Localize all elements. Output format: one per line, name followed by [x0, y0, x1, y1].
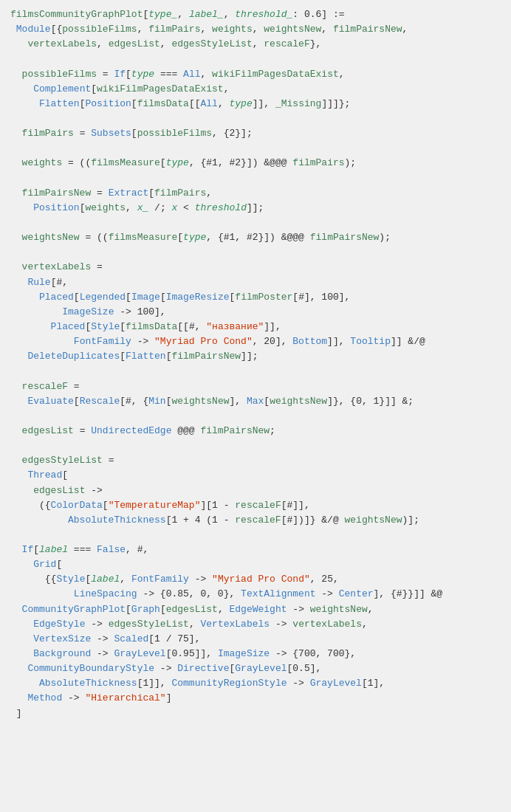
code-line-45: CommunityBoundaryStyle -> Directive[Gray… [10, 661, 501, 676]
code-line-43: VertexSize -> Scaled[1 / 75], [10, 632, 501, 647]
code-block: filmsCommunityGraphPlot[type_, label_, t… [0, 0, 511, 812]
code-line-41: CommunityGraphPlot[Graph[edgesList, Edge… [10, 602, 501, 617]
code-line-4 [10, 52, 501, 66]
code-line-28 [10, 409, 501, 424]
code-line-21: ImageSize -> 100], [10, 305, 501, 320]
code-line-23: FontFamily -> "Myriad Pro Cond", 20], Bo… [10, 334, 501, 349]
code-line-39: {{Style[label, FontFamily -> "Myriad Pro… [10, 572, 501, 587]
code-line-12 [10, 171, 501, 186]
code-line-29: edgesList = UndirectedEdge @@@ filmPairs… [10, 424, 501, 438]
code-line-31: edgesStyleList = [10, 453, 501, 468]
code-line-46: AbsoluteThickness[1]], CommunityRegionSt… [10, 676, 501, 691]
code-line-24: DeleteDuplicates[Flatten[filmPairsNew]]; [10, 349, 501, 364]
code-line-35: AbsoluteThickness[1 + 4 (1 - rescaleF[#]… [10, 513, 501, 528]
code-line-11: weights = ((filmsMeasure[type, {#1, #2}]… [10, 156, 501, 171]
code-line-6: Complement[wikiFilmPagesDataExist, [10, 82, 501, 97]
code-line-17 [10, 245, 501, 260]
code-line-18: vertexLabels = [10, 260, 501, 275]
code-line-42: EdgeStyle -> edgesStyleList, VertexLabel… [10, 617, 501, 632]
param-label: label_ [189, 9, 224, 20]
code-line-2: Module[{possibleFilms, filmPairs, weight… [10, 22, 501, 37]
code-line-20: Placed[Legended[Image[ImageResize[filmPo… [10, 290, 501, 305]
code-line-36 [10, 528, 501, 543]
code-line-25 [10, 364, 501, 379]
param-type: type_ [148, 9, 177, 20]
code-line-38: Grid[ [10, 557, 501, 572]
code-line-33: edgesList -> [10, 484, 501, 498]
fn-name: filmsCommunityGraphPlot [10, 9, 143, 20]
code-line-7: Flatten[Position[filmsData[[All, type]],… [10, 97, 501, 111]
code-line-32: Thread[ [10, 468, 501, 483]
code-line-13: filmPairsNew = Extract[filmPairs, [10, 186, 501, 201]
code-line-1: filmsCommunityGraphPlot[type_, label_, t… [10, 7, 501, 22]
code-line-16: weightsNew = ((filmsMeasure[type, {#1, #… [10, 230, 501, 245]
code-line-8 [10, 111, 501, 126]
code-line-47: Method -> "Hierarchical"] [10, 691, 501, 706]
code-line-19: Rule[#, [10, 275, 501, 290]
code-line-14: Position[weights, x_ /; x < threshold]]; [10, 201, 501, 216]
code-line-3: vertexLabels, edgesList, edgesStyleList,… [10, 37, 501, 52]
code-line-30 [10, 438, 501, 453]
code-line-27: Evaluate[Rescale[#, {Min[weightsNew], Ma… [10, 394, 501, 409]
code-line-15 [10, 216, 501, 230]
code-line-22: Placed[Style[filmsData[[#, "название"]], [10, 320, 501, 334]
code-line-34: ({ColorData["TemperatureMap"][1 - rescal… [10, 498, 501, 513]
code-line-5: possibleFilms = If[type === All, wikiFil… [10, 67, 501, 82]
code-line-44: Background -> GrayLevel[0.95]], ImageSiz… [10, 647, 501, 661]
code-line-37: If[label === False, #, [10, 543, 501, 557]
code-line-48: ] [10, 706, 501, 721]
code-line-40: LineSpacing -> {0.85, 0, 0}, TextAlignme… [10, 587, 501, 602]
code-line-10 [10, 141, 501, 156]
param-threshold: threshold_ [235, 9, 292, 20]
code-line-26: rescaleF = [10, 379, 501, 394]
code-line-9: filmPairs = Subsets[possibleFilms, {2}]; [10, 126, 501, 141]
